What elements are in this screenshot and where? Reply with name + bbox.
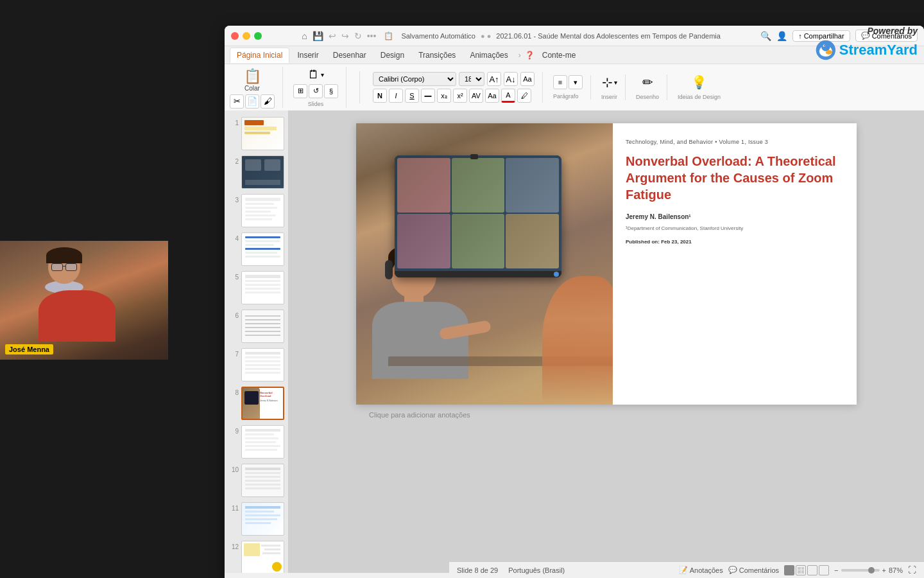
zoom-plus-btn[interactable]: + bbox=[882, 566, 886, 574]
paste-button[interactable]: 📋 Colar bbox=[239, 67, 266, 93]
slide-item-6[interactable]: 6 bbox=[227, 308, 286, 344]
slide-item-4[interactable]: 4 bbox=[227, 231, 286, 267]
published-label: Published on: bbox=[626, 239, 660, 245]
streamyard-duck-icon bbox=[815, 37, 837, 63]
slide-number-1: 1 bbox=[228, 117, 239, 127]
svg-point-2 bbox=[821, 42, 830, 51]
reset-button[interactable]: ↺ bbox=[309, 84, 323, 98]
minimize-button[interactable] bbox=[243, 32, 250, 40]
decrease-font-btn[interactable]: A↓ bbox=[504, 72, 518, 86]
cut-button[interactable]: ✂ bbox=[230, 94, 244, 109]
comments-status-btn[interactable]: 💬 Comentários bbox=[728, 566, 779, 574]
align-left-btn[interactable]: ≡ bbox=[553, 75, 567, 89]
monitor-frame bbox=[395, 155, 561, 277]
highlight-btn[interactable]: 🖊 bbox=[517, 89, 531, 103]
slide-thumb-10[interactable] bbox=[241, 464, 284, 497]
notes-area[interactable]: Clique para adicionar anotações bbox=[356, 405, 857, 425]
tab-desenhar[interactable]: Desenhar bbox=[327, 48, 373, 62]
bold-btn[interactable]: N bbox=[373, 89, 387, 103]
slide-thumb-3[interactable] bbox=[241, 194, 284, 227]
slide-content-area: Technology, Mind, and Behavior • Volume … bbox=[289, 110, 924, 573]
layout-button[interactable]: ⊞ bbox=[293, 84, 307, 98]
spacing-btn[interactable]: AV bbox=[469, 89, 483, 103]
align-dropdown-btn[interactable]: ▾ bbox=[569, 75, 583, 89]
save-icon: 💾 bbox=[312, 31, 323, 41]
slide-thumb-9[interactable] bbox=[241, 425, 284, 459]
slide-thumb-4[interactable] bbox=[241, 232, 284, 266]
normal-view-btn[interactable] bbox=[784, 565, 794, 575]
superscript-btn[interactable]: x² bbox=[453, 89, 467, 103]
font-size-select[interactable]: 18 bbox=[459, 72, 484, 86]
increase-font-btn[interactable]: A↑ bbox=[487, 72, 501, 86]
case-btn[interactable]: Aa bbox=[485, 89, 499, 103]
slide-item-8[interactable]: 8 Nonverbal Overload Jeremy N. Bailenson bbox=[227, 385, 286, 421]
font-family-select[interactable]: Calibri (Corpo) bbox=[373, 72, 456, 86]
tab-inserir[interactable]: Inserir bbox=[291, 48, 325, 62]
language-label: Português (Brasil) bbox=[508, 566, 565, 574]
presenter-silhouette bbox=[38, 250, 116, 342]
copy-button[interactable]: 📄 bbox=[245, 94, 259, 109]
slide-thumb-1[interactable] bbox=[241, 117, 284, 150]
slide-item-7[interactable]: 7 bbox=[227, 347, 286, 383]
tab-animacoes[interactable]: Animações bbox=[463, 48, 514, 62]
slide-number-10: 10 bbox=[228, 464, 239, 473]
slide-number-2: 2 bbox=[228, 155, 239, 165]
slide-item-2[interactable]: 2 bbox=[227, 154, 286, 190]
slide-thumb-6[interactable] bbox=[241, 310, 284, 343]
slide-item-11[interactable]: 11 bbox=[227, 501, 286, 537]
underline-btn[interactable]: S bbox=[405, 89, 419, 103]
save-status: ● ● bbox=[481, 32, 491, 40]
clipboard-group: 📋 Colar ✂ 📄 🖌 bbox=[230, 67, 283, 108]
slide-thumb-2[interactable] bbox=[241, 155, 284, 189]
clear-format-btn[interactable]: Aa bbox=[520, 72, 535, 86]
maximize-button[interactable] bbox=[254, 32, 262, 40]
zoom-minus-btn[interactable]: − bbox=[834, 566, 838, 574]
stream-text: Stream bbox=[839, 42, 887, 58]
zoom-slider[interactable] bbox=[841, 569, 880, 572]
slide-item-9[interactable]: 9 bbox=[227, 424, 286, 460]
insert-btn[interactable]: ⊹ ▾ bbox=[602, 74, 617, 90]
help-icon[interactable]: ❓ bbox=[525, 51, 535, 60]
tab-conte-me[interactable]: Conte-me bbox=[536, 48, 583, 62]
video-tile-1 bbox=[397, 158, 450, 213]
notes-placeholder: Clique para adicionar anotações bbox=[369, 411, 470, 419]
more-tabs-icon[interactable]: › bbox=[516, 51, 524, 60]
strikethrough-btn[interactable]: — bbox=[421, 89, 435, 103]
slide-item-12[interactable]: 12 bbox=[227, 539, 286, 573]
close-button[interactable] bbox=[231, 32, 239, 40]
slide-thumb-12[interactable] bbox=[241, 541, 284, 573]
search-icon[interactable]: 🔍 bbox=[760, 31, 771, 41]
italic-btn[interactable]: I bbox=[389, 89, 403, 103]
reading-view-btn[interactable] bbox=[807, 565, 817, 575]
font-color-btn[interactable]: A bbox=[501, 89, 515, 103]
slide-sorter-btn[interactable] bbox=[796, 565, 806, 575]
fit-page-btn[interactable]: ⛶ bbox=[908, 565, 916, 575]
slide-item-10[interactable]: 10 bbox=[227, 462, 286, 498]
slide-thumb-5[interactable] bbox=[241, 271, 284, 304]
slide8-title-preview: Nonverbal Overload bbox=[260, 391, 282, 398]
tab-design[interactable]: Design bbox=[374, 48, 411, 62]
webcam-device bbox=[470, 154, 478, 159]
format-painter-button[interactable]: 🖌 bbox=[261, 94, 275, 109]
section-button[interactable]: § bbox=[324, 84, 338, 98]
slide-thumb-8[interactable]: Nonverbal Overload Jeremy N. Bailenson bbox=[241, 387, 284, 420]
slide-item-5[interactable]: 5 bbox=[227, 270, 286, 306]
slide-item-1[interactable]: 1 bbox=[227, 116, 286, 152]
slide-item-3[interactable]: 3 bbox=[227, 193, 286, 229]
subscript-btn[interactable]: x₂ bbox=[437, 89, 451, 103]
tab-transicoes[interactable]: Transições bbox=[412, 48, 462, 62]
status-right: 📝 Anotações 💬 Comentários − bbox=[679, 565, 916, 575]
new-slide-btn[interactable]: 🗒 ▾ bbox=[308, 68, 324, 82]
tab-pagina-inicial[interactable]: Página Inicial bbox=[230, 48, 289, 63]
slide-thumb-11[interactable] bbox=[241, 502, 284, 536]
slide-thumb-7[interactable] bbox=[241, 348, 284, 381]
redo-icon: ↪ bbox=[341, 31, 349, 41]
video-call-screen bbox=[395, 155, 561, 271]
paragraph-group: ≡ ▾ Parágrafo bbox=[553, 75, 591, 100]
font-group: Calibri (Corpo) 18 A↑ A↓ Aa N I S — x₂ x… bbox=[373, 72, 543, 103]
slide-canvas[interactable]: Technology, Mind, and Behavior • Volume … bbox=[356, 123, 857, 405]
presentation-mode-btn[interactable] bbox=[819, 565, 829, 575]
doc-icon: 📋 bbox=[384, 31, 393, 40]
account-icon[interactable]: 👤 bbox=[776, 31, 787, 41]
notes-btn[interactable]: 📝 Anotações bbox=[679, 566, 723, 574]
